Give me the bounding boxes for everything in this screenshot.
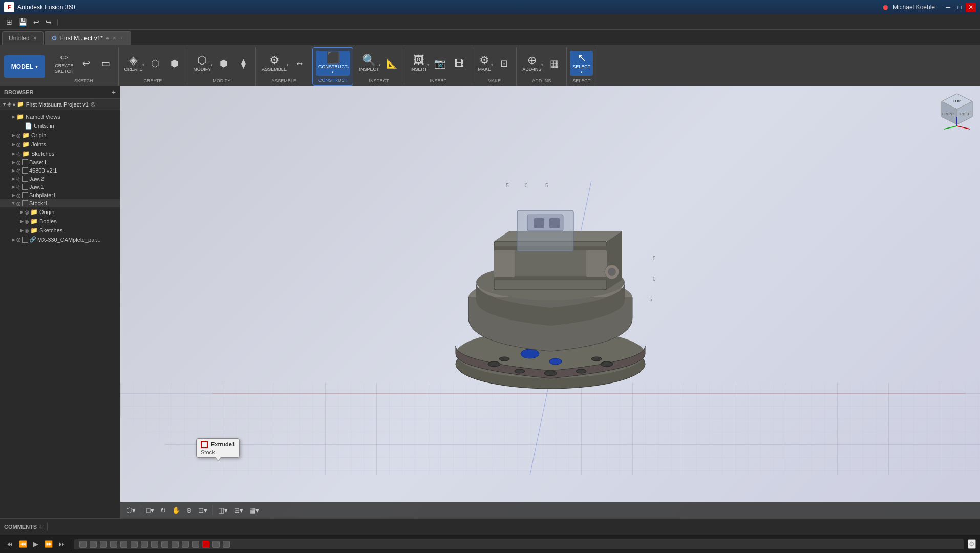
insert-button[interactable]: 🖼 INSERT [408, 53, 430, 73]
viewport-grid-button[interactable]: ⊞▾ [232, 505, 245, 515]
assemble2-button[interactable]: ↔ [290, 57, 309, 70]
viewcube[interactable]: TOP RIGHT FRONT [939, 91, 975, 132]
stock1-toggle[interactable]: ▼ [10, 201, 16, 206]
stock-bodies-toggle[interactable]: ▶ [18, 219, 25, 224]
timeline-next-button[interactable]: ⏩ [42, 539, 55, 549]
tab-add-button[interactable]: + [119, 35, 124, 41]
make-button[interactable]: ⚙ MAKE [475, 53, 494, 73]
tl-marker-12-highlighted[interactable] [202, 541, 209, 548]
create-sketch-button[interactable]: ✏ CREATE SKETCH [52, 52, 76, 75]
tab-untitled-close[interactable]: ✕ [33, 35, 37, 41]
viewport[interactable]: -5 0 5 5 0 -5 [120, 86, 980, 518]
origin-toggle[interactable]: ▶ [10, 133, 16, 138]
tl-marker-3[interactable] [110, 541, 117, 548]
select-button[interactable]: ↖ SELECT ▾ [570, 51, 593, 76]
tl-marker-14[interactable] [223, 541, 230, 548]
timeline-start-button[interactable]: ⏮ [4, 539, 15, 549]
tree-item-stock-sketches[interactable]: ▶ ◎ 📁 Sketches [0, 226, 120, 235]
addins2-button[interactable]: ▦ [545, 57, 563, 70]
redo-button[interactable]: ↪ [44, 17, 54, 27]
mx330-toggle[interactable]: ▶ [10, 237, 16, 242]
modify3-button[interactable]: ⧫ [234, 57, 252, 70]
tree-item-45800[interactable]: ▶ ◎ 45800 v2:1 [0, 166, 120, 175]
named-views-toggle[interactable]: ▶ [10, 114, 16, 119]
viewport-zoom2-button[interactable]: ⊡▾ [196, 505, 209, 515]
tree-item-stock-bodies[interactable]: ▶ ◎ 📁 Bodies [0, 217, 120, 226]
viewport-orbit-button[interactable]: ↻ [158, 505, 168, 515]
record-button[interactable]: ⏺ [882, 3, 889, 11]
tree-item-stock-origin[interactable]: ▶ ◎ 📁 Origin [0, 207, 120, 217]
stock-origin-toggle[interactable]: ▶ [18, 209, 25, 215]
inspect-button[interactable]: 🔍 INSPECT [356, 53, 381, 73]
tl-marker-1[interactable] [90, 541, 97, 548]
tree-item-mx330[interactable]: ▶ ◎ 🔗 MX-330_CAMplete_par... [0, 235, 120, 244]
stock-sketches-toggle[interactable]: ▶ [18, 228, 25, 233]
browser-add-button[interactable]: + [112, 88, 116, 96]
mx330-check[interactable] [22, 237, 28, 243]
viewport-orient-button[interactable]: ⬡▾ [124, 505, 138, 515]
make2-button[interactable]: ⊡ [495, 57, 513, 70]
base1-check[interactable] [22, 159, 28, 165]
jaw1-check[interactable] [22, 184, 28, 190]
construct-button[interactable]: ⬛ CONSTRUCT ▾ [316, 51, 350, 76]
addins-button[interactable]: ⊕ ADD-INS [520, 53, 544, 73]
timeline-play-button[interactable]: ▶ [31, 539, 40, 549]
tab-project[interactable]: ⚙ First M...ect v1* ● ✕ + [45, 31, 131, 45]
tree-item-stock1[interactable]: ▼ ◎ Stock:1 [0, 199, 120, 207]
joints-toggle[interactable]: ▶ [10, 142, 16, 147]
tl-marker-8[interactable] [161, 541, 168, 548]
viewport-zoom-button[interactable]: ⊕ [184, 505, 194, 515]
close-button[interactable]: ✕ [966, 3, 976, 12]
subplate-check[interactable] [22, 192, 28, 198]
stock1-check[interactable] [22, 200, 28, 206]
tl-marker-13[interactable] [212, 541, 220, 548]
viewport-display-button[interactable]: □▾ [144, 505, 156, 515]
sketches-toggle[interactable]: ▶ [10, 151, 16, 156]
tab-project-close[interactable]: ✕ [112, 35, 116, 41]
jaw2-toggle[interactable]: ▶ [10, 176, 16, 181]
tl-marker-4[interactable] [120, 541, 127, 548]
45800-toggle[interactable]: ▶ [10, 168, 16, 173]
root-visibility[interactable]: ◎ [91, 101, 96, 108]
timeline-track[interactable] [74, 539, 964, 549]
tree-item-joints[interactable]: ▶ ◎ 📁 Joints [0, 140, 120, 149]
tree-item-jaw1[interactable]: ▶ ◎ Jaw:1 [0, 183, 120, 191]
timeline-settings-button[interactable]: ⚙ [968, 539, 976, 549]
tl-marker-6[interactable] [141, 541, 148, 548]
browser-root[interactable]: ▼ ◈ ● 📁 First Matsuura Project v1 ◎ [0, 99, 120, 110]
comments-add-button[interactable]: + [39, 523, 43, 531]
tree-item-origin[interactable]: ▶ ◎ 📁 Origin [0, 131, 120, 140]
create-button[interactable]: ◈ CREATE [122, 53, 145, 73]
undo-button[interactable]: ↩ [31, 17, 41, 27]
tree-item-jaw2[interactable]: ▶ ◎ Jaw:2 [0, 175, 120, 183]
subplate-toggle[interactable]: ▶ [10, 193, 16, 198]
grid-button[interactable]: ⊞ [4, 17, 14, 27]
tree-item-base1[interactable]: ▶ ◎ Base:1 [0, 158, 120, 166]
viewport-layout-button[interactable]: ▦▾ [247, 505, 261, 515]
finish-sketch-button[interactable]: ↩ [77, 57, 96, 70]
insert2-button[interactable]: 📷 [431, 57, 449, 70]
tl-marker-9[interactable] [172, 541, 179, 548]
45800-check[interactable] [22, 167, 28, 174]
modify2-button[interactable]: ⬢ [215, 57, 233, 70]
sketch-rect-button[interactable]: ▭ [97, 57, 115, 70]
tab-untitled[interactable]: Untitled ✕ [2, 31, 44, 45]
tree-item-named-views[interactable]: ▶ 📁 Named Views [0, 112, 120, 121]
viewport-shading-button[interactable]: ◫▾ [216, 505, 230, 515]
tree-item-sketches[interactable]: ▶ ◎ 📁 Sketches [0, 149, 120, 158]
tl-marker-7[interactable] [151, 541, 158, 548]
timeline-prev-button[interactable]: ⏪ [17, 539, 29, 549]
create3-button[interactable]: ⬢ [165, 57, 184, 70]
measure-button[interactable]: 📐 [382, 57, 401, 70]
jaw2-check[interactable] [22, 176, 28, 182]
tree-item-subplate[interactable]: ▶ ◎ Subplate:1 [0, 191, 120, 199]
base1-toggle[interactable]: ▶ [10, 160, 16, 165]
mode-selector[interactable]: MODEL ▾ [4, 55, 45, 78]
tl-marker-0[interactable] [79, 541, 87, 548]
create2-button[interactable]: ⬡ [146, 57, 164, 70]
insert3-button[interactable]: 🎞 [450, 57, 468, 70]
tl-marker-5[interactable] [131, 541, 138, 548]
save-button[interactable]: 💾 [16, 17, 29, 27]
root-toggle[interactable]: ▼ [2, 102, 7, 107]
tl-marker-11[interactable] [192, 541, 199, 548]
